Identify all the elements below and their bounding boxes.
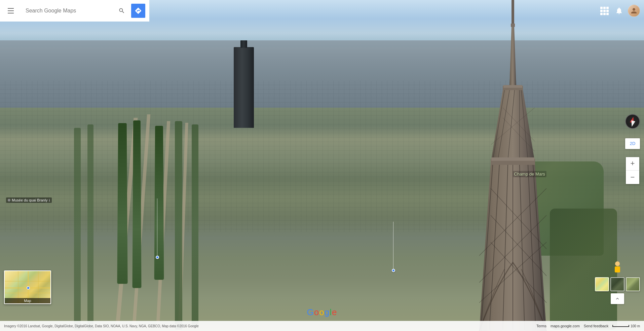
search-button[interactable] [116,5,127,16]
svg-marker-6 [491,90,535,161]
svg-point-37 [27,287,30,289]
svg-rect-5 [503,85,522,88]
google-logo: Google [307,307,337,318]
search-bar-container [22,0,149,22]
right-side-controls: 2D + − [625,114,640,184]
pin-line-2 [393,222,393,272]
pegman-body [615,266,620,272]
satellite-layer-button[interactable] [610,277,624,291]
toggle-2d-button[interactable]: 2D [625,138,640,149]
mini-map-label: Map [5,298,50,303]
tree-line-6 [74,128,81,330]
scale-bar: 100 m [612,324,640,328]
zoom-in-button[interactable]: + [626,157,639,171]
hamburger-icon [8,8,14,13]
montparnasse-tower [234,47,254,128]
notification-button[interactable] [613,5,625,17]
top-navigation-bar [0,0,644,22]
pegman-button[interactable] [612,260,623,275]
svg-rect-1 [511,24,515,27]
terms-link[interactable]: Terms [536,324,546,328]
user-avatar[interactable] [628,5,640,17]
bottom-bar: Imagery ©2016 Landsat, Google, DigitalGl… [0,321,644,331]
tree-line-5 [192,124,198,326]
layer-buttons [595,277,640,291]
champ-de-mars-label: Champ de Mars [513,171,546,177]
eiffel-tower [476,0,550,331]
menu-button[interactable] [0,0,22,22]
museum-pin-icon [8,199,10,201]
map-layer-button[interactable] [595,277,609,291]
terrain-layer-button[interactable] [626,277,640,291]
compass-button[interactable] [625,114,640,129]
directions-button[interactable] [131,4,145,18]
tree-avenue-1 [117,123,127,284]
scale-line [612,325,629,327]
info-icon: ℹ [49,198,50,202]
scale-label: 100 m [631,324,640,328]
top-right-controls [598,0,644,22]
maps-link[interactable]: maps.google.com [551,324,580,328]
pin-line-1 [157,198,157,259]
grid-icon [600,7,609,15]
zoom-out-button[interactable]: − [626,171,639,184]
tree-line-7 [87,124,93,330]
feedback-link[interactable]: Send feedback [584,324,608,328]
apps-button[interactable] [598,5,610,17]
bottom-right-controls [595,260,640,304]
pegman-head [615,261,620,266]
tree-avenue-2 [132,120,142,288]
museum-label: Musée du quai Branly ℹ [6,197,52,203]
search-input[interactable] [26,8,114,14]
map-attribution: Imagery ©2016 Landsat, Google, DigitalGl… [4,324,199,328]
svg-rect-16 [491,157,534,161]
blue-marker-2 [392,269,395,272]
layers-expand-button[interactable] [611,293,624,304]
bottom-links: Terms maps.google.com Send feedback 100 … [536,324,640,328]
blue-marker-1 [156,256,159,259]
pegman-icon [614,261,621,274]
tree-line-4 [175,121,182,330]
mini-map[interactable]: Map [4,270,51,304]
zoom-controls: + − [626,157,639,184]
